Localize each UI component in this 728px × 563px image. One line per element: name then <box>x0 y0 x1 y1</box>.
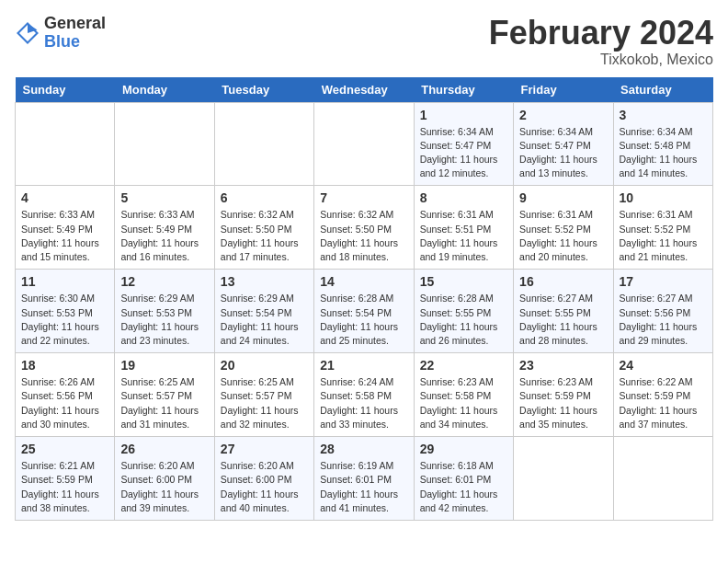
day-cell <box>115 102 214 186</box>
logo-icon <box>15 20 40 46</box>
day-cell <box>16 102 115 186</box>
header-thursday: Thursday <box>414 77 513 103</box>
day-cell: 26Sunrise: 6:20 AMSunset: 6:00 PMDayligh… <box>115 437 214 521</box>
day-cell: 24Sunrise: 6:22 AMSunset: 5:59 PMDayligh… <box>613 353 712 437</box>
logo-blue-text: Blue <box>44 33 106 52</box>
week-row-3: 11Sunrise: 6:30 AMSunset: 5:53 PMDayligh… <box>16 270 713 353</box>
calendar-header: SundayMondayTuesdayWednesdayThursdayFrid… <box>16 77 713 103</box>
day-number: 13 <box>221 274 308 289</box>
day-number: 1 <box>420 108 507 122</box>
day-info: Sunrise: 6:28 AMSunset: 5:54 PMDaylight:… <box>320 292 407 348</box>
week-row-4: 18Sunrise: 6:26 AMSunset: 5:56 PMDayligh… <box>16 353 713 437</box>
week-row-2: 4Sunrise: 6:33 AMSunset: 5:49 PMDaylight… <box>16 186 713 270</box>
day-cell: 12Sunrise: 6:29 AMSunset: 5:53 PMDayligh… <box>115 270 214 353</box>
day-cell: 17Sunrise: 6:27 AMSunset: 5:56 PMDayligh… <box>613 270 712 353</box>
day-cell: 9Sunrise: 6:31 AMSunset: 5:52 PMDaylight… <box>514 186 613 270</box>
day-number: 6 <box>221 190 308 205</box>
calendar-body: 1Sunrise: 6:34 AMSunset: 5:47 PMDaylight… <box>16 102 713 520</box>
day-info: Sunrise: 6:20 AMSunset: 6:00 PMDaylight:… <box>120 459 208 515</box>
day-number: 23 <box>519 358 607 373</box>
day-info: Sunrise: 6:21 AMSunset: 5:59 PMDaylight:… <box>21 459 108 515</box>
day-info: Sunrise: 6:29 AMSunset: 5:54 PMDaylight:… <box>221 292 308 348</box>
logo: General Blue <box>15 15 106 52</box>
day-info: Sunrise: 6:28 AMSunset: 5:55 PMDaylight:… <box>420 292 507 348</box>
day-info: Sunrise: 6:32 AMSunset: 5:50 PMDaylight:… <box>221 208 308 264</box>
day-number: 21 <box>320 358 407 373</box>
day-cell: 25Sunrise: 6:21 AMSunset: 5:59 PMDayligh… <box>16 437 115 521</box>
day-info: Sunrise: 6:34 AMSunset: 5:47 PMDaylight:… <box>519 125 607 181</box>
day-number: 8 <box>420 190 507 205</box>
logo-general-text: General <box>44 15 106 33</box>
header-wednesday: Wednesday <box>314 77 414 103</box>
day-info: Sunrise: 6:19 AMSunset: 6:01 PMDaylight:… <box>320 459 407 515</box>
day-info: Sunrise: 6:25 AMSunset: 5:57 PMDaylight:… <box>221 375 308 431</box>
day-cell: 13Sunrise: 6:29 AMSunset: 5:54 PMDayligh… <box>214 270 313 353</box>
day-info: Sunrise: 6:30 AMSunset: 5:53 PMDaylight:… <box>21 292 108 348</box>
day-cell <box>514 437 613 521</box>
day-cell: 15Sunrise: 6:28 AMSunset: 5:55 PMDayligh… <box>414 270 513 353</box>
header-saturday: Saturday <box>613 77 712 103</box>
day-number: 14 <box>320 274 407 289</box>
header-tuesday: Tuesday <box>214 77 313 103</box>
day-cell: 3Sunrise: 6:34 AMSunset: 5:48 PMDaylight… <box>613 102 712 186</box>
day-info: Sunrise: 6:34 AMSunset: 5:47 PMDaylight:… <box>420 125 507 181</box>
day-number: 5 <box>120 190 208 205</box>
day-cell <box>214 102 313 186</box>
day-info: Sunrise: 6:31 AMSunset: 5:52 PMDaylight:… <box>620 208 707 264</box>
day-cell: 8Sunrise: 6:31 AMSunset: 5:51 PMDaylight… <box>414 186 513 270</box>
day-info: Sunrise: 6:34 AMSunset: 5:48 PMDaylight:… <box>620 125 707 181</box>
day-cell: 4Sunrise: 6:33 AMSunset: 5:49 PMDaylight… <box>16 186 115 270</box>
week-row-5: 25Sunrise: 6:21 AMSunset: 5:59 PMDayligh… <box>16 437 713 521</box>
day-info: Sunrise: 6:23 AMSunset: 5:59 PMDaylight:… <box>519 375 607 431</box>
day-info: Sunrise: 6:23 AMSunset: 5:58 PMDaylight:… <box>420 375 507 431</box>
day-number: 11 <box>21 274 108 289</box>
day-number: 29 <box>420 442 507 456</box>
day-info: Sunrise: 6:27 AMSunset: 5:55 PMDaylight:… <box>519 292 607 348</box>
week-row-1: 1Sunrise: 6:34 AMSunset: 5:47 PMDaylight… <box>16 102 713 186</box>
day-cell: 16Sunrise: 6:27 AMSunset: 5:55 PMDayligh… <box>514 270 613 353</box>
day-number: 26 <box>120 442 208 456</box>
header-monday: Monday <box>115 77 214 103</box>
day-cell: 10Sunrise: 6:31 AMSunset: 5:52 PMDayligh… <box>613 186 712 270</box>
day-number: 10 <box>620 190 707 205</box>
day-cell: 22Sunrise: 6:23 AMSunset: 5:58 PMDayligh… <box>414 353 513 437</box>
month-title: February 2024 <box>489 15 713 52</box>
day-number: 25 <box>21 442 108 456</box>
day-cell: 23Sunrise: 6:23 AMSunset: 5:59 PMDayligh… <box>514 353 613 437</box>
day-number: 27 <box>221 442 308 456</box>
day-cell: 1Sunrise: 6:34 AMSunset: 5:47 PMDaylight… <box>414 102 513 186</box>
day-number: 4 <box>21 190 108 205</box>
calendar-table: SundayMondayTuesdayWednesdayThursdayFrid… <box>15 77 713 521</box>
day-cell: 7Sunrise: 6:32 AMSunset: 5:50 PMDaylight… <box>314 186 414 270</box>
day-info: Sunrise: 6:27 AMSunset: 5:56 PMDaylight:… <box>620 292 707 348</box>
day-number: 9 <box>519 190 607 205</box>
day-info: Sunrise: 6:18 AMSunset: 6:01 PMDaylight:… <box>420 459 507 515</box>
header-friday: Friday <box>514 77 613 103</box>
day-cell: 29Sunrise: 6:18 AMSunset: 6:01 PMDayligh… <box>414 437 513 521</box>
day-cell <box>314 102 414 186</box>
day-cell: 2Sunrise: 6:34 AMSunset: 5:47 PMDaylight… <box>514 102 613 186</box>
day-number: 18 <box>21 358 108 373</box>
day-cell: 6Sunrise: 6:32 AMSunset: 5:50 PMDaylight… <box>214 186 313 270</box>
day-cell: 20Sunrise: 6:25 AMSunset: 5:57 PMDayligh… <box>214 353 313 437</box>
page-header: General Blue February 2024 Tixkokob, Mex… <box>15 15 713 68</box>
day-cell: 11Sunrise: 6:30 AMSunset: 5:53 PMDayligh… <box>16 270 115 353</box>
day-info: Sunrise: 6:25 AMSunset: 5:57 PMDaylight:… <box>120 375 208 431</box>
day-number: 20 <box>221 358 308 373</box>
day-info: Sunrise: 6:32 AMSunset: 5:50 PMDaylight:… <box>320 208 407 264</box>
title-block: February 2024 Tixkokob, Mexico <box>489 15 713 68</box>
day-cell: 28Sunrise: 6:19 AMSunset: 6:01 PMDayligh… <box>314 437 414 521</box>
day-number: 28 <box>320 442 407 456</box>
day-number: 22 <box>420 358 507 373</box>
day-number: 7 <box>320 190 407 205</box>
header-row: SundayMondayTuesdayWednesdayThursdayFrid… <box>16 77 713 103</box>
day-info: Sunrise: 6:33 AMSunset: 5:49 PMDaylight:… <box>120 208 208 264</box>
day-number: 17 <box>620 274 707 289</box>
day-number: 19 <box>120 358 208 373</box>
day-number: 2 <box>519 108 607 122</box>
day-info: Sunrise: 6:31 AMSunset: 5:52 PMDaylight:… <box>519 208 607 264</box>
day-cell <box>613 437 712 521</box>
day-info: Sunrise: 6:24 AMSunset: 5:58 PMDaylight:… <box>320 375 407 431</box>
day-cell: 27Sunrise: 6:20 AMSunset: 6:00 PMDayligh… <box>214 437 313 521</box>
day-number: 12 <box>120 274 208 289</box>
